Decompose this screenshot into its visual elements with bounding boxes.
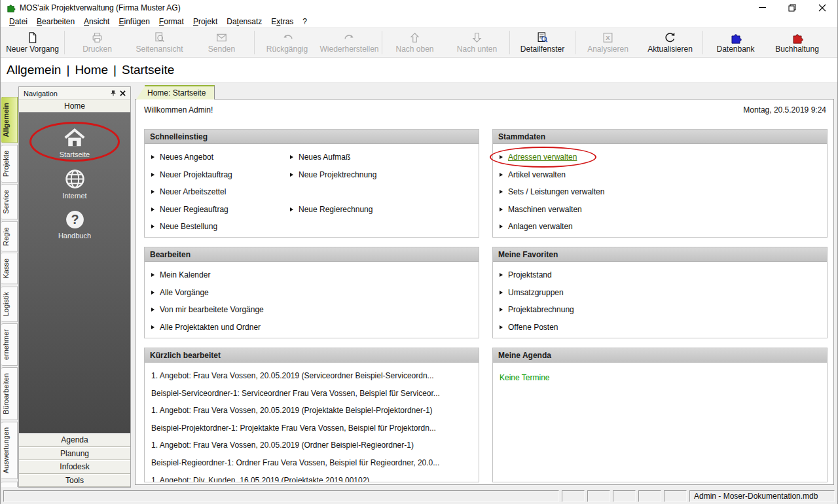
link-sets-leistungen-verwalten[interactable]: Sets / Leistungen verwalten [500, 183, 820, 201]
nav-group-tools[interactable]: Tools [19, 474, 130, 488]
module-tab-strip: Allgemein Projekte Service Regie Kasse L… [1, 97, 18, 487]
nav-item-handbuch[interactable]: ? Handbuch [58, 209, 91, 240]
section-title: Bearbeiten [145, 247, 479, 262]
welcome-text: Willkommen Admin! [144, 105, 213, 115]
link-neue-bestellung[interactable]: Neue Bestellung [151, 218, 290, 236]
link-bullet-icon [151, 190, 155, 194]
breadcrumb-group: Home [75, 63, 108, 77]
link-umsatzgruppen[interactable]: Umsatzgruppen [500, 284, 820, 302]
minimize-button[interactable] [747, 0, 777, 15]
toolbar-aktualisieren-button[interactable]: Aktualisieren [639, 29, 701, 56]
menu-datei[interactable]: Datei [5, 16, 32, 27]
redo-arrow-icon [343, 31, 356, 44]
recent-item[interactable]: 1. Angebot: Frau Vera Vossen, 20.05.2019… [151, 437, 472, 454]
toolbar-wiederherstellen-button[interactable]: Wiederherstellen [318, 29, 380, 56]
new-document-icon [26, 31, 39, 44]
pin-icon[interactable] [108, 90, 118, 97]
link-neue-projektrechnung[interactable]: Neue Projektrechnung [290, 166, 472, 184]
link-projektabrechnung[interactable]: Projektabrechnung [500, 301, 820, 319]
startpage-content: Willkommen Admin! Montag, 20.5.2019 9:24… [135, 99, 834, 485]
toolbar-rueckgaengig-button[interactable]: Rückgängig [256, 29, 318, 56]
close-button[interactable] [807, 0, 837, 15]
status-cell [613, 490, 636, 502]
toolbar-senden-button[interactable]: Senden [191, 29, 253, 56]
tab-home-startseite[interactable]: Home: Startseite [136, 85, 215, 99]
question-mark-icon: ? [65, 209, 85, 230]
recent-item[interactable]: 1. Angebot: Frau Vera Vossen, 20.05.2019… [151, 402, 472, 420]
status-cell [562, 490, 585, 502]
toolbar-drucken-button[interactable]: Drucken [66, 29, 128, 56]
link-neues-angebot[interactable]: Neues Angebot [151, 149, 290, 166]
link-bullet-icon [500, 225, 503, 228]
link-alle-projektakten-und-ordner[interactable]: Alle Projektakten und Ordner [151, 319, 472, 336]
section-title: Meine Agenda [493, 348, 827, 363]
toolbar-neuer-vorgang-button[interactable]: Neuer Vorgang [2, 29, 63, 56]
nav-item-internet[interactable]: Internet [62, 168, 86, 200]
link-neues-aufmass[interactable]: Neues Aufmaß [290, 149, 472, 166]
module-tab-stammdaten[interactable]: Stammdaten [1, 481, 18, 487]
globe-icon [64, 168, 86, 190]
menu-bearbeiten[interactable]: Bearbeiten [32, 16, 79, 27]
close-panel-icon[interactable] [118, 90, 128, 96]
module-tab-allgemein[interactable]: Allgemein [1, 97, 18, 143]
section-title: Kürzlich bearbeitet [145, 348, 479, 363]
module-tab-bueroarbeiten[interactable]: Büroarbeiten [1, 367, 18, 420]
link-neuer-regieauftrag[interactable]: Neuer Regieauftrag [151, 201, 290, 219]
nav-item-startseite[interactable]: Startseite [60, 127, 90, 158]
menu-ansicht[interactable]: Ansicht [79, 16, 114, 27]
workspace: Home: Startseite Willkommen Admin! Monta… [135, 85, 834, 485]
link-maschinen-verwalten[interactable]: Maschinen verwalten [500, 201, 820, 219]
section-stammdaten: Stammdaten Adressen verwalten Artikel ve… [492, 129, 828, 238]
link-adressen-verwalten[interactable]: Adressen verwalten [500, 149, 820, 166]
link-bullet-icon [290, 155, 293, 159]
toolbar-separator [382, 31, 382, 54]
link-neuer-projektauftrag[interactable]: Neuer Projektauftrag [151, 166, 290, 184]
arrow-down-icon [471, 31, 483, 44]
toolbar-analysieren-button[interactable]: X Analysieren [577, 29, 639, 56]
menu-help[interactable]: ? [298, 16, 312, 27]
menu-format[interactable]: Format [155, 16, 189, 27]
link-alle-vorgaenge[interactable]: Alle Vorgänge [151, 284, 472, 302]
module-tab-regie[interactable]: Regie [1, 221, 18, 252]
recent-item[interactable]: 1. Angebot: Div. Kunden, 16.05.2019 (Pro… [151, 472, 472, 482]
module-tab-subunternehmer[interactable]: ernehmer [1, 323, 18, 366]
module-tab-kasse[interactable]: Kasse [1, 253, 18, 285]
printer-icon [91, 31, 103, 44]
toolbar: Neuer Vorgang Drucken Seitenansicht Send… [1, 28, 837, 58]
toolbar-detailfenster-button[interactable]: Detailfenster [511, 29, 574, 56]
module-tab-auswertungen[interactable]: Auswertungen [1, 422, 18, 479]
nav-group-planung[interactable]: Planung [19, 447, 130, 461]
recent-item[interactable]: Beispiel-Regieordner-1: Ordner Frau Vera… [151, 454, 472, 472]
nav-group-home[interactable]: Home [19, 99, 130, 113]
module-tab-projekte[interactable]: Projekte [1, 145, 18, 183]
current-date: Montag, 20.5.2019 9:24 [743, 105, 826, 115]
recent-item[interactable]: 1. Angebot: Frau Vera Vossen, 20.05.2019… [151, 367, 472, 385]
toolbar-buchhaltung-button[interactable]: Buchhaltung [767, 29, 828, 56]
toolbar-datenbank-button[interactable]: Datenbank [704, 29, 767, 56]
menu-extras[interactable]: Extras [266, 16, 298, 27]
menu-datensatz[interactable]: Datensatz [222, 16, 266, 27]
recent-item[interactable]: Beispiel-Projektordner-1: Projektakte Fr… [151, 420, 472, 437]
link-mein-kalender[interactable]: Mein Kalender [151, 266, 472, 284]
navigation-panel-header: Navigation [19, 87, 130, 99]
module-tab-service[interactable]: Service [1, 184, 18, 220]
section-meine-favoriten: Meine Favoriten Projektstand Umsatzgrupp… [492, 247, 828, 338]
restore-button[interactable] [777, 0, 807, 15]
link-artikel-verwalten[interactable]: Artikel verwalten [500, 166, 820, 184]
nav-group-infodesk[interactable]: Infodesk [19, 460, 130, 474]
link-anlagen-verwalten[interactable]: Anlagen verwalten [500, 218, 820, 236]
status-cell [3, 490, 559, 502]
link-von-mir-bearbeitete-vorgaenge[interactable]: Von mir bearbeitete Vorgänge [151, 301, 472, 319]
menu-einfuegen[interactable]: Einfügen [114, 16, 154, 27]
module-tab-logistik[interactable]: Logistik [1, 286, 18, 322]
link-neue-regierechnung[interactable]: Neue Regierechnung [290, 201, 472, 219]
link-neuer-arbeitszettel[interactable]: Neuer Arbeitszettel [151, 183, 290, 201]
nav-group-agenda[interactable]: Agenda [19, 433, 130, 447]
menu-projekt[interactable]: Projekt [189, 16, 222, 27]
recent-item[interactable]: Beispiel-Serviceordner-1: Serviceordner … [151, 385, 472, 403]
toolbar-nach-oben-button[interactable]: Nach oben [384, 29, 446, 56]
link-projektstand[interactable]: Projektstand [500, 266, 820, 284]
toolbar-nach-unten-button[interactable]: Nach unten [446, 29, 508, 56]
link-offene-posten[interactable]: Offene Posten [500, 319, 820, 336]
toolbar-seitenansicht-button[interactable]: Seitenansicht [128, 29, 191, 56]
